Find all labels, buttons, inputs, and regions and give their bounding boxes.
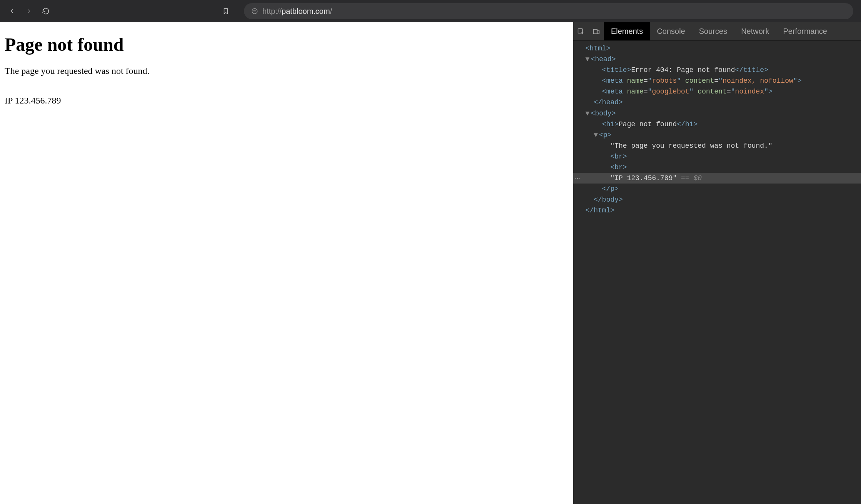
url-protocol: http:// xyxy=(262,7,282,15)
tab-sources[interactable]: Sources xyxy=(692,22,734,40)
reload-icon[interactable] xyxy=(42,7,50,15)
tab-network[interactable]: Network xyxy=(734,22,776,40)
back-icon[interactable] xyxy=(8,7,16,15)
tab-elements[interactable]: Elements xyxy=(604,22,650,40)
dom-line[interactable]: <br> xyxy=(573,162,861,173)
dom-line[interactable]: </body> xyxy=(573,194,861,205)
dom-line[interactable]: ▼<p> xyxy=(573,130,861,140)
browser-toolbar: http://patbloom.com/ xyxy=(0,0,861,22)
device-toggle-icon[interactable] xyxy=(589,22,604,40)
page-viewport: Page not found The page you requested wa… xyxy=(0,22,573,504)
dom-line[interactable]: <br> xyxy=(573,151,861,162)
tab-console[interactable]: Console xyxy=(650,22,692,40)
dom-line[interactable]: <h1>Page not found</h1> xyxy=(573,119,861,130)
nav-buttons xyxy=(8,7,50,15)
dom-line[interactable]: </p> xyxy=(573,184,861,194)
dom-line[interactable]: <meta name="robots" content="noindex, no… xyxy=(573,75,861,86)
forward-icon[interactable] xyxy=(25,7,33,15)
page-ip: IP 123.456.789 xyxy=(5,95,61,105)
dom-line[interactable]: </head> xyxy=(573,97,861,108)
inspect-icon[interactable] xyxy=(573,22,589,40)
dom-line[interactable]: <title>Error 404: Page not found</title> xyxy=(573,65,861,75)
url-host: patbloom.com xyxy=(282,7,330,15)
dom-tree[interactable]: <html> ▼<head> <title>Error 404: Page no… xyxy=(573,41,861,504)
dom-line[interactable]: <meta name="googlebot" content="noindex"… xyxy=(573,86,861,97)
devtools-panel: Elements Console Sources Network Perform… xyxy=(573,22,861,504)
site-info-icon[interactable] xyxy=(251,7,259,15)
content-area: Page not found The page you requested wa… xyxy=(0,22,861,504)
tab-performance[interactable]: Performance xyxy=(776,22,834,40)
dom-line-selected[interactable]: "IP 123.456.789" == $0 xyxy=(573,173,861,184)
bookmark-icon[interactable] xyxy=(222,7,230,15)
devtools-tabs: Elements Console Sources Network Perform… xyxy=(573,22,861,41)
dom-line[interactable]: ▼<head> xyxy=(573,54,861,65)
dom-line[interactable]: ▼<body> xyxy=(573,108,861,119)
page-body: The page you requested was not found. IP… xyxy=(5,63,569,108)
dom-line[interactable]: "The page you requested was not found." xyxy=(573,140,861,151)
svg-point-0 xyxy=(252,8,257,14)
dom-line[interactable]: <html> xyxy=(573,43,861,54)
dom-line[interactable]: </html> xyxy=(573,205,861,216)
page-heading: Page not found xyxy=(5,34,569,55)
page-message: The page you requested was not found. xyxy=(5,66,150,76)
ellipsis-icon[interactable]: … xyxy=(573,173,582,181)
url-text: http://patbloom.com/ xyxy=(262,7,332,16)
url-path: / xyxy=(330,7,332,15)
url-bar[interactable]: http://patbloom.com/ xyxy=(244,3,853,19)
